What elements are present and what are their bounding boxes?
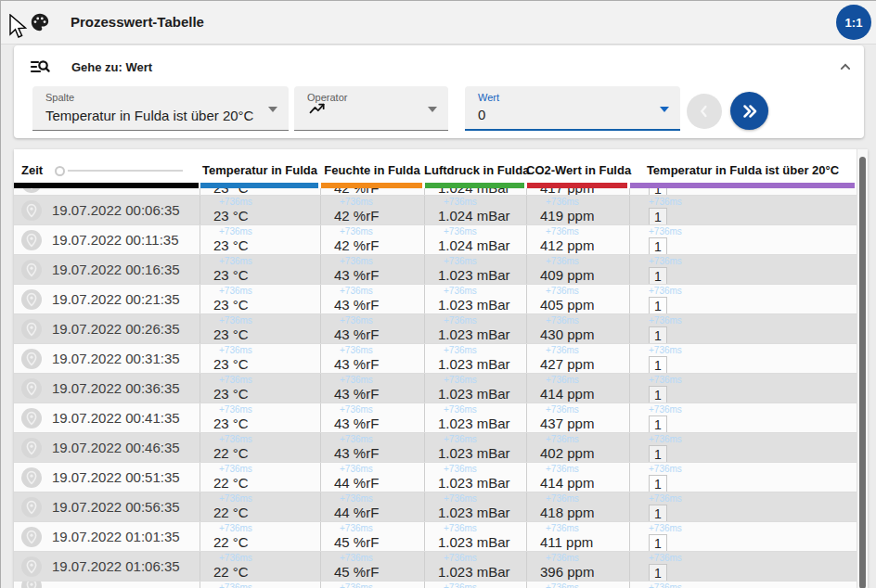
column-header[interactable]: Temperatur in Fulda ist über 20°C <box>629 149 857 188</box>
table-row[interactable]: 19.07.2022 00:51:35+736ms22 °C+736ms44 %… <box>14 462 857 492</box>
table-row[interactable]: +736ms+736ms+736ms+736ms+736ms <box>14 581 857 588</box>
offset-label: +736ms <box>425 196 526 208</box>
offset-label: +736ms <box>630 492 857 505</box>
cell-value: 411 ppm <box>527 534 629 550</box>
cell-value: 1 <box>649 505 667 521</box>
column-header[interactable]: Feuchte in Fulda <box>320 149 424 188</box>
value-cell: +736ms418 ppm <box>526 492 629 521</box>
chevron-down-icon <box>268 107 277 112</box>
offset-label: +736ms <box>425 374 526 386</box>
table-row[interactable]: 19.07.2022 00:46:35+736ms22 °C+736ms43 %… <box>14 432 857 462</box>
value-cell: +736ms43 %rF <box>320 374 424 403</box>
next-match-button[interactable] <box>730 92 768 130</box>
table-row[interactable]: 19.07.2022 00:21:35+736ms23 °C+736ms43 %… <box>14 284 857 313</box>
value-cell: +736ms23 °C <box>200 285 320 313</box>
cell-value: 402 ppm <box>527 445 629 461</box>
location-pin-icon <box>20 259 43 281</box>
table-row[interactable]: 19.07.2022 01:01:35+736ms22 °C+736ms45 %… <box>14 521 857 551</box>
timestamp: 19.07.2022 00:06:35 <box>52 202 180 218</box>
panel-title: Gehe zu: Wert <box>71 60 152 74</box>
value-cell: +736ms396 ppm <box>526 552 629 581</box>
cell-value: 1.024 mBar <box>425 188 526 195</box>
column-select-label: Spalte <box>45 92 74 103</box>
previous-match-button[interactable] <box>687 94 722 129</box>
table-row[interactable]: 19.07.2022 00:41:35+736ms23 °C+736ms43 %… <box>14 403 857 432</box>
scrollbar-thumb[interactable] <box>859 157 866 588</box>
time-cell: 19.07.2022 00:36:35 <box>14 374 200 403</box>
column-header[interactable]: Luftdruck in Fulda <box>424 149 526 188</box>
value-cell: +736ms43 %rF <box>320 433 424 462</box>
value-select[interactable]: Wert 0 <box>465 86 680 131</box>
table-row[interactable]: 19.07.2022 00:56:35+736ms22 °C+736ms44 %… <box>14 492 857 521</box>
offset-label: +736ms <box>630 196 857 208</box>
cell-value: 430 ppm <box>527 326 629 342</box>
cell-value: 23 °C <box>200 326 320 342</box>
cell-value: 1.023 mBar <box>425 267 526 283</box>
value-cell: +736ms45 %rF <box>320 552 424 581</box>
column-select[interactable]: Spalte Temperatur in Fulda ist über 20°C <box>32 86 289 131</box>
cell-value: 22 °C <box>200 505 320 520</box>
vertical-scrollbar[interactable] <box>857 149 868 588</box>
column-header-label: Temperatur in Fulda <box>200 163 320 177</box>
value-cell: +736ms43 %rF <box>320 344 424 373</box>
value-cell: +736ms427 ppm <box>526 344 629 373</box>
value-cell: +736ms1.023 mBar <box>424 463 526 492</box>
cell-value: 23 °C <box>200 386 320 402</box>
offset-label: +736ms <box>527 463 629 475</box>
page-title: Prozesswert-Tabelle <box>71 1 204 44</box>
offset-label: +736ms <box>200 374 320 386</box>
chevron-down-icon <box>660 107 669 112</box>
offset-label: +736ms <box>321 463 424 475</box>
value-cell: +736ms1 <box>629 255 857 284</box>
cell-value: 1 <box>649 356 667 373</box>
column-header[interactable]: CO2-Wert in Fulda <box>526 149 629 188</box>
time-cell: 19.07.2022 00:21:35 <box>14 285 200 313</box>
value-cell: +736ms23 °C <box>200 225 320 254</box>
manage-search-icon <box>29 57 51 83</box>
location-pin-icon <box>20 377 43 400</box>
table-header-row: Zeit Temperatur in FuldaFeuchte in Fulda… <box>14 149 857 188</box>
value-cell: +736ms42 %rF <box>320 225 424 254</box>
table-row[interactable]: 19.07.2022 00:31:35+736ms23 °C+736ms43 %… <box>14 343 857 373</box>
collapse-panel-chevron-up-icon[interactable] <box>833 55 857 79</box>
zoom-ratio-badge[interactable]: 1:1 <box>836 5 871 40</box>
timestamp: 19.07.2022 00:46:35 <box>52 440 180 455</box>
cell-value: 1 <box>649 386 667 403</box>
column-header[interactable]: Temperatur in Fulda <box>200 149 320 188</box>
slider-handle[interactable] <box>55 166 65 176</box>
time-column-header[interactable]: Zeit <box>14 149 200 188</box>
value-cell: +736ms43 %rF <box>320 314 424 343</box>
value-cell: +736ms <box>424 582 526 588</box>
table-row[interactable]: 19.07.2022 00:26:35+736ms23 °C+736ms43 %… <box>14 313 857 343</box>
slider-track <box>68 170 183 172</box>
table-row[interactable]: 19.07.2022 00:06:35+736ms23 °C+736ms42 %… <box>14 195 857 224</box>
time-offset-slider[interactable] <box>55 165 194 178</box>
offset-label: +736ms <box>527 255 629 267</box>
value-cell: +736ms22 °C <box>200 552 320 581</box>
offset-label: +736ms <box>527 314 629 326</box>
time-cell: 19.07.2022 00:46:35 <box>14 433 200 462</box>
offset-label: +736ms <box>321 403 424 415</box>
value-cell: +736ms1 <box>629 463 857 492</box>
value-cell: +736ms405 ppm <box>526 285 629 313</box>
offset-label: +736ms <box>527 433 629 445</box>
value-cell: +736ms43 %rF <box>320 285 424 313</box>
cell-value: 23 °C <box>200 208 320 224</box>
offset-label: +736ms <box>200 582 320 588</box>
table-row[interactable]: 19.07.2022 01:06:35+736ms22 °C+736ms45 %… <box>14 551 857 581</box>
cell-value: 427 ppm <box>527 356 629 372</box>
operator-select[interactable]: Operator <box>294 86 448 131</box>
cell-value: 412 ppm <box>527 237 629 253</box>
trending-up-icon <box>307 100 328 122</box>
cell-value: 22 °C <box>200 534 320 550</box>
cell-value: 1 <box>649 415 667 432</box>
table-row[interactable]: 19.07.2022 00:16:35+736ms23 °C+736ms43 %… <box>14 254 857 284</box>
palette-icon[interactable] <box>30 12 50 36</box>
value-cell: +736ms <box>526 582 629 588</box>
time-cell <box>14 188 200 195</box>
clipped-table-row[interactable]: +736ms23 °C+736ms42 %rF+736ms1.024 mBar+… <box>14 188 868 195</box>
location-pin-icon <box>20 582 43 588</box>
table-row[interactable]: 19.07.2022 00:11:35+736ms23 °C+736ms42 %… <box>14 224 857 254</box>
table-row[interactable]: 19.07.2022 00:36:35+736ms23 °C+736ms43 %… <box>14 373 857 403</box>
offset-label: +736ms <box>527 344 629 356</box>
